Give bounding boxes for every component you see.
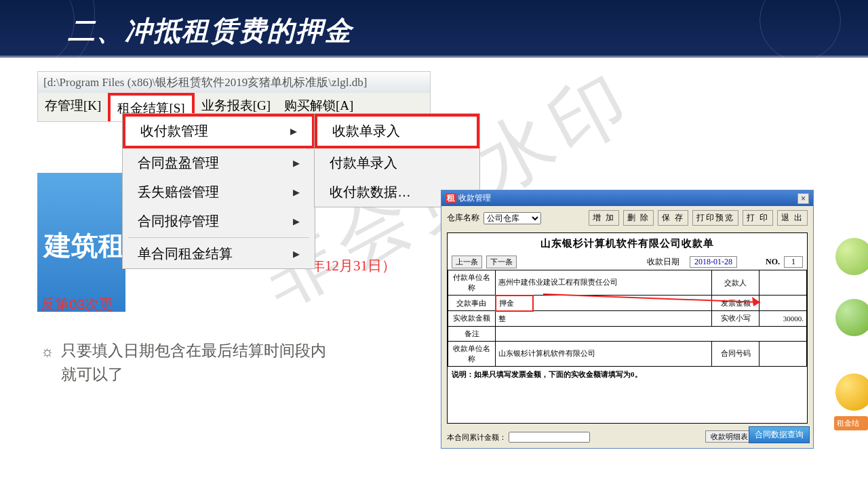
dialog-titlebar: 租收款管理 × — [441, 190, 813, 206]
store-label: 仓库名称 — [447, 212, 479, 224]
amount-label: 实收款金额 — [448, 311, 496, 327]
dropdown-item[interactable]: 合同报停管理▶ — [123, 207, 315, 236]
no-label: NO. — [766, 257, 780, 267]
dropdown-menu: 收付款管理▶ 合同盘盈管理▶ 丢失赔偿管理▶ 合同报停管理▶ 单合同租金结算▶ — [122, 113, 315, 269]
slide-title: 二、冲抵租赁费的押金 — [68, 12, 353, 49]
form-note: 说明：如果只填写发票金额，下面的实收金额请填写为0。 — [448, 367, 807, 382]
chevron-right-icon: ▶ — [293, 249, 300, 259]
chevron-right-icon: ▶ — [290, 126, 297, 136]
total-label: 本合同累计金额： — [447, 433, 507, 441]
menu-item[interactable]: 存管理[K] — [38, 93, 108, 121]
reason-label: 交款事由 — [448, 296, 496, 311]
dropdown-item-label: 收付款管理 — [140, 122, 208, 140]
save-button[interactable]: 保 存 — [658, 210, 688, 226]
contract-query-button[interactable]: 合同数据查询 — [749, 426, 810, 443]
chevron-right-icon: ▶ — [293, 216, 300, 226]
handler-label: 交款人 — [712, 270, 760, 296]
dropdown-item-label: 单合同租金结算 — [138, 245, 233, 263]
dropdown-item-selected[interactable]: 收付款管理▶ — [123, 114, 315, 148]
add-button[interactable]: 增 加 — [589, 210, 619, 226]
receiver-label: 收款单位名称 — [448, 341, 496, 366]
window-title: [d:\Program Files (x86)\银杉租赁软件2019亥猪单机标准… — [38, 72, 430, 93]
bullet-text: 只要填入日期包含在最后结算时间段内就可以了 — [61, 339, 332, 386]
total-field[interactable] — [509, 432, 590, 443]
nav-row: 上一条 下一条 收款日期 2018-01-28 NO. 1 — [448, 254, 807, 270]
dropdown-item[interactable]: 丢失赔偿管理▶ — [123, 178, 315, 207]
invoice-label: 发票金额 — [712, 296, 760, 311]
form-table: 付款单位名称 惠州中建伟业建设工程有限责任公司 交款人 交款事由 押金 发票金额… — [448, 270, 807, 367]
dialog-toolbar: 仓库名称 公司仓库 增 加 删 除 保 存 打印预览 打 印 退 出 — [441, 206, 813, 230]
chevron-right-icon: ▶ — [293, 187, 300, 197]
remark-field[interactable] — [496, 326, 807, 341]
bullet-note: ☼ 只要填入日期包含在最后结算时间段内就可以了 — [41, 339, 332, 386]
prev-button[interactable]: 上一条 — [452, 256, 482, 268]
store-select[interactable]: 公司仓库 — [484, 212, 541, 224]
print-button[interactable]: 打 印 — [743, 210, 773, 226]
dropdown-item[interactable]: 单合同租金结算▶ — [123, 239, 315, 268]
reason-field[interactable]: 押金 — [496, 296, 533, 311]
remark-label: 备注 — [448, 326, 496, 341]
date-field[interactable]: 2018-01-28 — [690, 256, 737, 268]
preview-button[interactable]: 打印预览 — [692, 210, 738, 226]
small-field[interactable]: 30000. — [760, 311, 807, 327]
chevron-right-icon: ▶ — [293, 158, 300, 168]
note-text: 如果只填写发票金额，下面的实收金额请填写为0。 — [474, 370, 642, 378]
side-fragment: 租金结 — [815, 234, 868, 488]
dropdown-item-label: 合同报停管理 — [138, 212, 219, 230]
receipt-dialog: 租收款管理 × 仓库名称 公司仓库 增 加 删 除 保 存 打印预览 打 印 退… — [441, 190, 814, 449]
date-label: 收款日期 — [647, 256, 679, 268]
handler-field[interactable] — [760, 270, 807, 296]
payer-field[interactable]: 惠州中建伟业建设工程有限责任公司 — [496, 270, 712, 296]
form-title: 山东银杉计算机软件有限公司收款单 — [448, 233, 807, 254]
delete-button[interactable]: 删 除 — [623, 210, 654, 226]
contract-label: 合同号码 — [712, 341, 760, 366]
invoice-field[interactable] — [760, 296, 807, 311]
amount-field[interactable]: 整 — [496, 311, 712, 327]
slide-header: 二、冲抵租赁费的押金 — [0, 0, 868, 58]
small-label: 实收小写 — [712, 311, 760, 327]
sun-icon: ☼ — [41, 340, 54, 363]
bg-red-left: 反第03次更 — [41, 295, 113, 314]
no-field[interactable]: 1 — [784, 256, 803, 268]
submenu-item-selected[interactable]: 收款单录入 — [315, 114, 479, 148]
dialog-title: 收款管理 — [458, 193, 491, 203]
dropdown-item-label: 丢失赔偿管理 — [138, 183, 219, 201]
dropdown-item-label: 合同盘盈管理 — [138, 154, 219, 172]
exit-button[interactable]: 退 出 — [777, 210, 808, 226]
dropdown-item[interactable]: 合同盘盈管理▶ — [123, 148, 315, 178]
submenu-item[interactable]: 付款单录入 — [315, 148, 479, 178]
note-prefix: 说明： — [452, 370, 474, 378]
receiver-field[interactable]: 山东银杉计算机软件有限公司 — [496, 341, 712, 366]
contract-field[interactable] — [760, 341, 807, 366]
bg-big-text: 建筑租 — [44, 227, 125, 264]
detail-button[interactable]: 收款明细表 — [705, 430, 753, 443]
receipt-form: 山东银杉计算机软件有限公司收款单 上一条 下一条 收款日期 2018-01-28… — [447, 232, 808, 424]
payer-label: 付款单位名称 — [448, 270, 496, 296]
close-icon[interactable]: × — [797, 193, 809, 204]
bg-blue-fragment: 建筑租 反第03次更 — [37, 173, 125, 312]
app-icon: 租 — [446, 193, 456, 203]
bg-red-right: 年12月31日） — [311, 256, 396, 275]
next-button[interactable]: 下一条 — [486, 256, 517, 268]
